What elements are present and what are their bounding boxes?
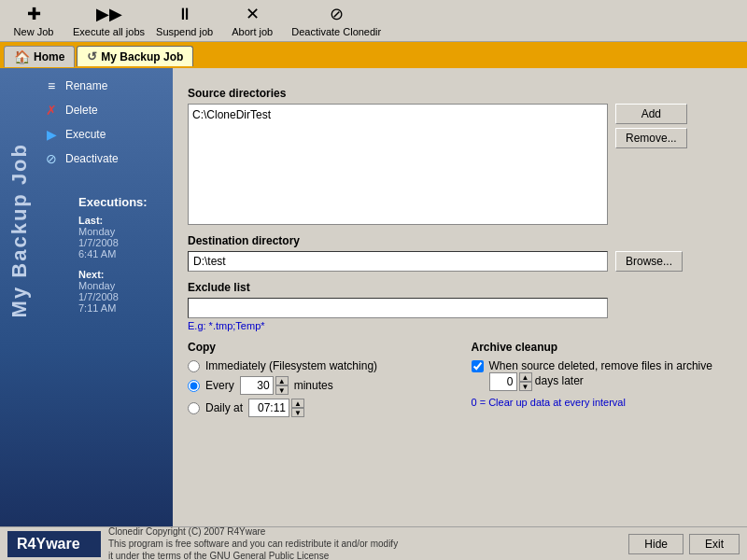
status-line3: it under the terms of the GNU General Pu… [108,550,621,560]
tab-backup-label: My Backup Job [101,50,183,63]
archive-checkbox[interactable] [472,360,484,372]
home-icon: 🏠 [14,49,30,64]
archive-label: When source deleted, remove files in arc… [489,359,733,391]
sidebar-item-delete[interactable]: ✗ Delete [35,100,173,120]
sidebar-title: My Backup Job [7,143,32,317]
copy-immediately-radio[interactable] [188,360,200,372]
next-label: Next: [78,269,165,280]
tab-home-label: Home [34,50,64,63]
days-later-label: days later [535,374,584,387]
execute-all-label: Execute all jobs [73,26,145,37]
archive-day-spin-down[interactable]: ▼ [519,382,532,391]
suspend-icon: ⏸ [176,5,193,24]
sidebar-item-execute[interactable]: ▶ Execute [35,124,173,145]
copy-immediately-row: Immediately (Filesystem watching) [188,359,449,372]
archive-note: 0 = Clear up data at every interval [472,397,733,408]
tab-home[interactable]: 🏠 Home [4,46,75,67]
archive-day-spin-up[interactable]: ▲ [519,372,532,382]
source-dirs-listbox[interactable]: C:\CloneDirTest [188,104,608,225]
executions-section: Executions: Last: Monday1/7/20086:41 AM … [71,191,173,317]
sidebar-delete-label: Delete [65,104,98,117]
exclude-input[interactable] [188,298,608,318]
every-unit-label: minutes [294,379,333,392]
dest-dir-label: Destination directory [188,234,732,247]
archive-title: Archive cleanup [472,341,733,354]
execute-icon: ▶ [43,127,60,142]
exclude-hint: E.g: *.tmp;Temp* [188,320,732,331]
copy-daily-row: Daily at ▲ ▼ [188,399,449,417]
status-buttons: Hide Exit [628,534,740,554]
content-area: Source directories C:\CloneDirTest Add R… [173,68,747,533]
sidebar-menu: ≡ Rename ✗ Delete ▶ Execute ⊘ Deactivate… [35,68,173,317]
every-spin-down[interactable]: ▼ [275,385,289,395]
copy-title: Copy [188,341,449,354]
archive-section: Archive cleanup When source deleted, rem… [472,341,733,421]
tabbar: 🏠 Home ↺ My Backup Job [0,42,747,68]
hide-button[interactable]: Hide [628,534,684,554]
last-value: Monday1/7/20086:41 AM [78,226,165,259]
suspend-label: Suspend job [156,26,213,37]
statusbar: R4Yware Clonedir Copyright (C) 2007 R4Yw… [0,526,747,560]
every-spin-up[interactable]: ▲ [275,376,289,385]
tab-backup-job[interactable]: ↺ My Backup Job [77,46,193,66]
archive-day-spinbuttons: ▲ ▼ [519,372,532,391]
next-value: Monday1/7/20087:11 AM [78,280,165,314]
daily-spin-up[interactable]: ▲ [291,399,304,408]
backup-icon: ↺ [87,49,97,63]
source-dir-buttons: Add Remove... [615,104,687,148]
add-button[interactable]: Add [615,104,687,124]
sidebar-deactivate-icon: ⊘ [43,151,60,166]
new-job-label: New Job [14,26,54,37]
status-line1: Clonedir Copyright (C) 2007 R4Yware [108,525,621,538]
abort-icon: ✕ [246,4,260,24]
deactivate-label: Deactivate Clonedir [291,26,381,37]
archive-days-input[interactable] [489,372,517,391]
executions-title: Executions: [78,195,165,209]
abort-job-button[interactable]: ✕ Abort job [224,4,280,37]
status-text: Clonedir Copyright (C) 2007 R4Yware This… [108,525,621,560]
copy-section: Copy Immediately (Filesystem watching) E… [188,341,449,421]
toolbar: ✚ New Job ▶▶ Execute all jobs ⏸ Suspend … [0,0,747,42]
copy-immediately-label: Immediately (Filesystem watching) [205,359,377,372]
every-value-input[interactable] [240,376,274,395]
source-dirs-row: C:\CloneDirTest Add Remove... [188,104,732,225]
daily-value-input[interactable] [248,399,289,417]
rename-icon: ≡ [43,78,60,93]
sidebar-rename-label: Rename [65,79,107,92]
exit-button[interactable]: Exit [689,534,740,554]
deactivate-clonedir-button[interactable]: ⊘ Deactivate Clonedir [291,4,381,37]
copy-every-radio[interactable] [188,380,200,392]
abort-label: Abort job [232,26,273,37]
dest-dir-input[interactable] [188,251,608,272]
execute-all-icon: ▶▶ [96,4,122,24]
suspend-job-button[interactable]: ⏸ Suspend job [156,5,213,37]
browse-button[interactable]: Browse... [615,251,683,272]
copy-daily-radio[interactable] [188,402,200,414]
sidebar: My Backup Job ≡ Rename ✗ Delete ▶ Execut… [0,68,173,533]
sidebar-deactivate-label: Deactivate [65,152,119,165]
daily-spinbuttons: ▲ ▼ [291,399,304,417]
source-dirs-label: Source directories [188,87,732,100]
copy-every-row: Every ▲ ▼ minutes [188,376,449,395]
daily-spin-down[interactable]: ▼ [291,408,304,417]
every-spinbuttons: ▲ ▼ [275,376,289,395]
daily-spinner: ▲ ▼ [248,399,304,417]
main-area: My Backup Job ≡ Rename ✗ Delete ▶ Execut… [0,68,747,533]
lower-section: Copy Immediately (Filesystem watching) E… [188,341,732,421]
dest-dir-section: Destination directory Browse... [188,234,732,272]
deactivate-icon: ⊘ [330,4,344,24]
copy-every-label: Every [205,379,234,392]
new-job-button[interactable]: ✚ New Job [6,4,62,37]
new-job-icon: ✚ [27,4,41,24]
dest-dir-row: Browse... [188,251,732,272]
archive-checkbox-row: When source deleted, remove files in arc… [472,359,733,391]
execute-all-button[interactable]: ▶▶ Execute all jobs [73,4,145,37]
source-dirs-section: Source directories C:\CloneDirTest Add R… [188,87,732,225]
delete-icon: ✗ [43,103,60,118]
status-line2: This program is free software and you ca… [108,538,621,550]
sidebar-item-rename[interactable]: ≡ Rename [35,76,173,96]
app-logo: R4Yware [7,531,101,557]
remove-button[interactable]: Remove... [615,128,687,148]
sidebar-item-deactivate[interactable]: ⊘ Deactivate [35,148,173,169]
exclude-section: Exclude list E.g: *.tmp;Temp* [188,281,732,331]
